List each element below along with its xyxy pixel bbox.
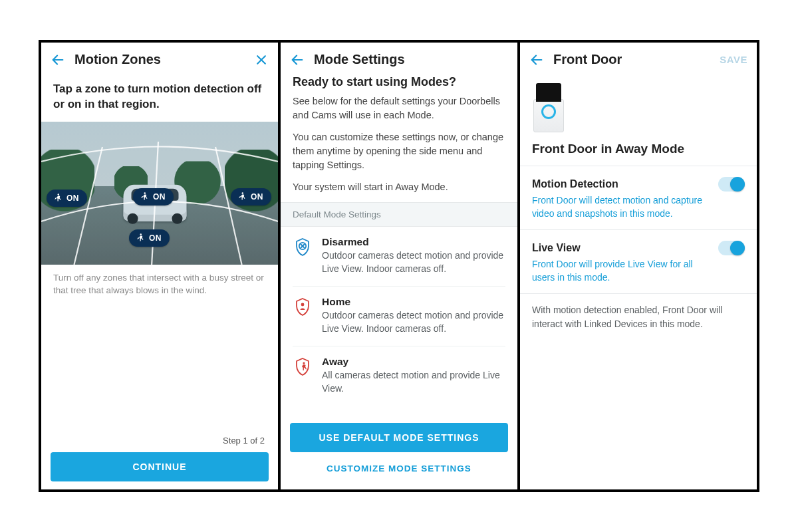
section-label: Default Mode Settings: [281, 202, 517, 227]
footer-note: With motion detection enabled, Front Doo…: [532, 294, 745, 340]
mode-name: Home: [322, 296, 505, 308]
zone-toggle-1[interactable]: ON: [47, 190, 87, 207]
setting-desc: Front Door will detect motion and captur…: [532, 194, 745, 220]
motion-detection-toggle[interactable]: [718, 177, 745, 192]
setting-title: Motion Detection: [532, 178, 718, 190]
shield-person-icon: [293, 296, 313, 335]
page-title: Motion Zones: [74, 52, 254, 67]
doorbell-device-icon: [533, 83, 564, 132]
page-title: Front Door: [553, 52, 720, 67]
back-arrow-icon[interactable]: [51, 53, 65, 67]
header: Front Door SAVE: [520, 43, 757, 74]
screen-motion-zones: Motion Zones Tap a zone to turn motion d…: [41, 43, 281, 489]
paragraph: See below for the default settings your …: [293, 94, 505, 122]
setting-live-view: Live View Front Door will provide Live V…: [532, 230, 745, 293]
svg-point-15: [303, 362, 305, 364]
camera-preview: ON ON ON ON: [41, 122, 278, 265]
three-phone-frames: Motion Zones Tap a zone to turn motion d…: [39, 40, 759, 492]
svg-point-8: [241, 193, 243, 195]
page-title: Mode Settings: [314, 52, 508, 67]
runner-icon: [236, 192, 247, 202]
heading: Front Door in Away Mode: [532, 142, 745, 166]
zone-label: ON: [251, 192, 263, 201]
zone-label: ON: [66, 194, 79, 203]
step-indicator: Step 1 of 2: [51, 433, 269, 452]
svg-point-9: [140, 234, 142, 236]
back-arrow-icon[interactable]: [529, 53, 544, 67]
paragraph: Your system will start in Away Mode.: [293, 180, 505, 194]
live-view-toggle[interactable]: [718, 241, 745, 255]
zone-toggle-3[interactable]: ON: [231, 188, 271, 205]
instruction-text: Tap a zone to turn motion detection off …: [41, 74, 278, 122]
use-default-button[interactable]: USE DEFAULT MODE SETTINGS: [290, 423, 508, 452]
close-icon[interactable]: [254, 53, 269, 67]
hint-text: Turn off any zones that intersect with a…: [41, 265, 278, 304]
header: Mode Settings: [281, 43, 517, 74]
mode-name: Away: [322, 356, 505, 368]
save-button[interactable]: SAVE: [720, 54, 747, 65]
screen-mode-settings: Mode Settings Ready to start using Modes…: [281, 43, 520, 489]
svg-point-7: [144, 193, 146, 195]
zone-toggle-2[interactable]: ON: [133, 188, 174, 205]
customize-button[interactable]: CUSTOMIZE MODE SETTINGS: [290, 455, 508, 481]
zone-label: ON: [153, 192, 166, 201]
runner-icon: [52, 193, 63, 203]
back-arrow-icon[interactable]: [290, 53, 305, 67]
mode-desc: Outdoor cameras detect motion and provid…: [322, 309, 505, 335]
svg-line-5: [215, 147, 242, 265]
mode-desc: All cameras detect motion and provide Li…: [322, 369, 505, 395]
screen-front-door: Front Door SAVE Front Door in Away Mode …: [520, 43, 757, 489]
shield-x-icon: [293, 236, 313, 275]
runner-icon: [134, 233, 145, 243]
svg-point-14: [301, 303, 305, 307]
setting-desc: Front Door will provide Live View for al…: [532, 258, 745, 284]
zone-label: ON: [149, 233, 162, 243]
mode-row-away: Away All cameras detect motion and provi…: [293, 346, 505, 406]
heading: Ready to start using Modes?: [293, 75, 505, 89]
mode-row-home: Home Outdoor cameras detect motion and p…: [293, 287, 505, 346]
svg-point-6: [57, 194, 59, 196]
paragraph: You can customize these settings now, or…: [293, 130, 505, 172]
runner-icon: [138, 192, 149, 202]
mode-desc: Outdoor cameras detect motion and provid…: [322, 249, 505, 275]
zone-toggle-4[interactable]: ON: [129, 229, 170, 247]
continue-button[interactable]: CONTINUE: [51, 452, 269, 481]
header: Motion Zones: [41, 43, 278, 74]
mode-name: Disarmed: [322, 236, 505, 248]
mode-row-disarmed: Disarmed Outdoor cameras detect motion a…: [293, 227, 505, 287]
setting-motion-detection: Motion Detection Front Door will detect …: [532, 166, 745, 229]
setting-title: Live View: [532, 242, 718, 254]
shield-runner-icon: [293, 356, 313, 395]
